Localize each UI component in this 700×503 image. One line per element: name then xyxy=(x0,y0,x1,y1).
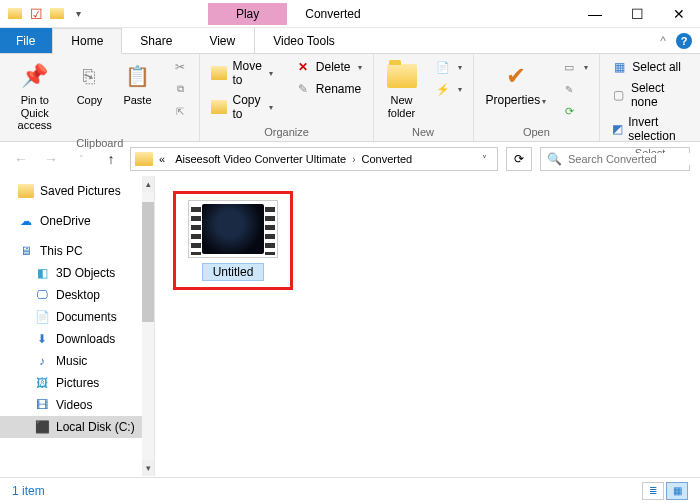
check-icon: ✔ xyxy=(506,62,526,90)
search-icon: 🔍 xyxy=(547,152,562,166)
crumb-current[interactable]: Converted xyxy=(357,151,416,167)
copy-to-button[interactable]: Copy to▾ xyxy=(206,91,277,123)
file-item[interactable]: Untitled xyxy=(173,191,293,290)
rename-icon: ✎ xyxy=(298,82,308,96)
delete-icon: ✕ xyxy=(298,60,308,74)
new-item-button[interactable]: 📄▾ xyxy=(430,57,467,77)
refresh-icon: ⟳ xyxy=(514,152,524,166)
navigation-pane: Saved Pictures ☁OneDrive 🖥This PC ◧3D Ob… xyxy=(0,176,155,476)
film-strip-icon xyxy=(191,203,201,255)
3d-icon: ◧ xyxy=(37,266,48,280)
tree-videos[interactable]: 🎞Videos xyxy=(0,394,154,416)
minimize-button[interactable]: — xyxy=(574,0,616,28)
folder-icon xyxy=(211,100,227,114)
play-tab[interactable]: Play xyxy=(208,3,287,25)
select-none-icon: ▢ xyxy=(613,88,624,102)
scroll-down-icon[interactable]: ▾ xyxy=(142,460,154,476)
crumb-parent[interactable]: Aiseesoft Video Converter Ultimate xyxy=(171,151,350,167)
scroll-up-icon[interactable]: ▴ xyxy=(142,176,154,192)
refresh-button[interactable]: ⟳ xyxy=(506,147,532,171)
crumb-prefix[interactable]: « xyxy=(155,151,169,167)
edit-button[interactable]: ✎ xyxy=(556,79,593,99)
forward-button[interactable]: → xyxy=(40,148,62,170)
file-name[interactable]: Untitled xyxy=(202,263,265,281)
group-label-open: Open xyxy=(480,124,594,141)
onedrive-icon: ☁ xyxy=(20,214,32,228)
tree-saved-pictures[interactable]: Saved Pictures xyxy=(0,180,154,202)
scrollbar-thumb[interactable] xyxy=(142,202,154,322)
documents-icon: 📄 xyxy=(35,310,50,324)
item-count: 1 item xyxy=(12,484,45,498)
window-title: Converted xyxy=(305,7,360,21)
select-none-button[interactable]: ▢Select none xyxy=(606,79,694,111)
ribbon: 📌 Pin to Quick access ⎘ Copy 📋 Paste ✂ ⧉… xyxy=(0,54,700,142)
open-button[interactable]: ▭▾ xyxy=(556,57,593,77)
back-button[interactable]: ← xyxy=(10,148,32,170)
copy-button[interactable]: ⎘ Copy xyxy=(67,57,111,110)
tab-view[interactable]: View xyxy=(191,28,254,53)
details-view-button[interactable]: ≣ xyxy=(642,482,664,500)
open-icon: ▭ xyxy=(564,61,574,74)
move-to-button[interactable]: Move to▾ xyxy=(206,57,277,89)
copy-path-button[interactable]: ⧉ xyxy=(167,79,193,99)
close-button[interactable]: ✕ xyxy=(658,0,700,28)
history-button[interactable]: ⟳ xyxy=(556,101,593,121)
tree-local-disk-c[interactable]: ⬛Local Disk (C:) xyxy=(0,416,154,438)
icons-view-button[interactable]: ▦ xyxy=(666,482,688,500)
history-icon: ⟳ xyxy=(565,105,574,118)
maximize-button[interactable]: ☐ xyxy=(616,0,658,28)
ribbon-tabs: File Home Share View Video Tools ^ ? xyxy=(0,28,700,54)
invert-selection-button[interactable]: ◩Invert selection xyxy=(606,113,694,145)
cut-button[interactable]: ✂ xyxy=(167,57,193,77)
delete-button[interactable]: ✕Delete▾ xyxy=(290,57,367,77)
tab-video-tools[interactable]: Video Tools xyxy=(254,28,354,53)
tree-3d-objects[interactable]: ◧3D Objects xyxy=(0,262,154,284)
collapse-ribbon-icon[interactable]: ^ xyxy=(660,34,666,48)
new-folder-button[interactable]: New folder xyxy=(380,57,424,122)
thumbnail-image xyxy=(202,204,264,254)
recent-dropdown[interactable]: ˅ xyxy=(70,148,92,170)
address-dropdown[interactable]: ˅ xyxy=(482,154,493,165)
group-organize: Move to▾ Copy to▾ ✕Delete▾ ✎Rename Organ… xyxy=(200,54,373,141)
folder-icon[interactable] xyxy=(6,5,24,23)
easy-access-button[interactable]: ⚡▾ xyxy=(430,79,467,99)
tree-this-pc[interactable]: 🖥This PC xyxy=(0,240,154,262)
status-bar: 1 item ≣ ▦ xyxy=(0,477,700,503)
tree-pictures[interactable]: 🖼Pictures xyxy=(0,372,154,394)
select-all-button[interactable]: ▦Select all xyxy=(606,57,694,77)
film-strip-icon xyxy=(265,203,275,255)
breadcrumb[interactable]: « Aiseesoft Video Converter Ultimate › C… xyxy=(130,147,498,171)
folder-icon xyxy=(387,64,417,88)
paste-button[interactable]: 📋 Paste xyxy=(115,57,159,110)
edit-icon: ✎ xyxy=(565,84,573,95)
search-box[interactable]: 🔍 xyxy=(540,147,690,171)
new-folder-icon[interactable] xyxy=(48,5,66,23)
pin-button[interactable]: 📌 Pin to Quick access xyxy=(6,57,63,135)
tree-desktop[interactable]: 🖵Desktop xyxy=(0,284,154,306)
properties-button[interactable]: ✔ Properties▾ xyxy=(480,57,553,111)
file-list: Untitled xyxy=(155,176,700,476)
properties-icon[interactable]: ☑ xyxy=(27,5,45,23)
tab-file[interactable]: File xyxy=(0,28,52,53)
group-open: ✔ Properties▾ ▭▾ ✎ ⟳ Open xyxy=(474,54,601,141)
tree-documents[interactable]: 📄Documents xyxy=(0,306,154,328)
group-clipboard: 📌 Pin to Quick access ⎘ Copy 📋 Paste ✂ ⧉… xyxy=(0,54,200,141)
easy-access-icon: ⚡ xyxy=(436,83,450,96)
rename-button[interactable]: ✎Rename xyxy=(290,79,367,99)
tab-home[interactable]: Home xyxy=(52,28,122,54)
qat-dropdown-icon[interactable]: ▾ xyxy=(69,5,87,23)
details-icon: ≣ xyxy=(649,485,657,496)
tree-downloads[interactable]: ⬇Downloads xyxy=(0,328,154,350)
search-input[interactable] xyxy=(568,153,700,165)
tree-music[interactable]: ♪Music xyxy=(0,350,154,372)
tree-onedrive[interactable]: ☁OneDrive xyxy=(0,210,154,232)
cut-icon: ✂ xyxy=(175,60,185,74)
icons-icon: ▦ xyxy=(673,485,682,496)
sidebar-scrollbar[interactable]: ▴ ▾ xyxy=(142,176,154,476)
tab-share[interactable]: Share xyxy=(122,28,191,53)
help-icon[interactable]: ? xyxy=(676,33,692,49)
copy-icon: ⎘ xyxy=(83,65,95,88)
shortcut-icon: ⇱ xyxy=(176,106,184,117)
paste-shortcut-button[interactable]: ⇱ xyxy=(167,101,193,121)
up-button[interactable]: ↑ xyxy=(100,148,122,170)
